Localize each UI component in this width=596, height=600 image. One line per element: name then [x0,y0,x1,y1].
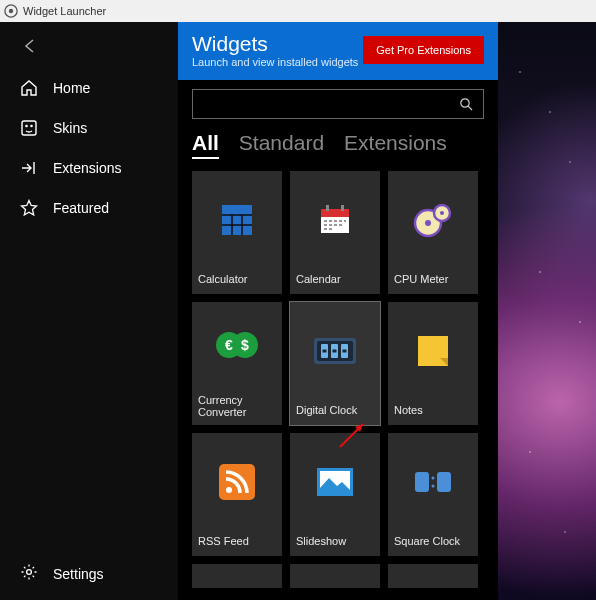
svg-rect-28 [329,228,332,230]
page-subtitle: Launch and view installed widgets [192,56,358,68]
titlebar: Widget Launcher [0,0,596,22]
svg-rect-15 [321,209,349,217]
tab-extensions[interactable]: Extensions [344,131,447,159]
svg-rect-43 [333,349,337,352]
svg-rect-21 [339,220,342,222]
widget-tile-partial[interactable] [290,564,380,588]
tab-all[interactable]: All [192,131,219,159]
category-tabs: All Standard Extensions [192,131,484,159]
search-icon [459,97,473,111]
svg-rect-52 [437,472,451,492]
svg-rect-20 [334,220,337,222]
svg-rect-16 [326,205,329,211]
star-icon [20,199,38,217]
svg-point-6 [27,570,32,575]
sidebar-item-settings[interactable]: Settings [0,547,178,600]
square-clock-icon [411,468,455,496]
svg-text:$: $ [241,337,249,353]
widget-grid: Calculator Calendar CPU Meter €$ [192,171,484,588]
widget-tile-rss-feed[interactable]: RSS Feed [192,433,282,556]
calendar-icon [316,201,354,239]
widget-label: Calendar [290,268,380,294]
content-area: All Standard Extensions Calculator Calen… [178,80,498,600]
svg-rect-27 [324,228,327,230]
widget-label: Square Clock [388,530,478,556]
get-pro-button[interactable]: Get Pro Extensions [363,36,484,64]
svg-rect-19 [329,220,332,222]
home-icon [20,79,38,97]
svg-rect-42 [323,349,327,352]
currency-icon: €$ [214,328,260,362]
sidebar: Home Skins Extensions Featured Settings [0,22,178,600]
svg-point-53 [432,476,435,479]
rss-icon [219,464,255,500]
app-window: Home Skins Extensions Featured Settings [0,22,498,600]
sidebar-item-extensions[interactable]: Extensions [0,148,178,188]
sidebar-nav: Home Skins Extensions Featured [0,68,178,547]
calculator-icon [218,201,256,239]
search-box[interactable] [192,89,484,119]
widget-tile-digital-clock[interactable]: Digital Clock [290,302,380,425]
svg-rect-22 [344,220,346,222]
svg-point-47 [226,487,232,493]
svg-point-7 [461,99,469,107]
sidebar-item-label: Home [53,80,90,96]
svg-rect-18 [324,220,327,222]
svg-rect-23 [324,224,327,226]
svg-text:€: € [225,337,233,353]
svg-rect-9 [222,205,252,235]
sidebar-item-skins[interactable]: Skins [0,108,178,148]
svg-point-54 [432,484,435,487]
widget-label: Digital Clock [290,399,380,425]
svg-rect-25 [334,224,337,226]
digital-clock-icon [313,337,357,365]
svg-rect-2 [22,121,36,135]
search-input[interactable] [203,97,459,112]
extensions-icon [20,159,38,177]
svg-rect-17 [341,205,344,211]
widget-tile-square-clock[interactable]: Square Clock [388,433,478,556]
main-panel: Widgets Launch and view installed widget… [178,22,498,600]
widget-tile-partial[interactable] [388,564,478,588]
svg-point-1 [9,9,13,13]
widget-tile-notes[interactable]: Notes [388,302,478,425]
svg-rect-26 [339,224,342,226]
svg-point-3 [25,125,28,128]
notes-icon [416,334,450,368]
widget-tile-calendar[interactable]: Calendar [290,171,380,294]
widget-label: Notes [388,399,478,425]
back-button[interactable] [20,36,40,56]
widget-tile-calculator[interactable]: Calculator [192,171,282,294]
svg-point-4 [30,125,33,128]
sidebar-item-label: Featured [53,200,109,216]
widget-label: Calculator [192,268,282,294]
settings-label: Settings [53,566,104,582]
svg-point-32 [440,211,444,215]
widget-tile-currency-converter[interactable]: €$ Currency Converter [192,302,282,425]
tab-standard[interactable]: Standard [239,131,324,159]
widget-label: Currency Converter [192,389,282,425]
svg-line-8 [468,106,472,110]
desktop-wallpaper: Home Skins Extensions Featured Settings [0,22,596,600]
widget-label: RSS Feed [192,530,282,556]
page-title: Widgets [192,32,358,55]
skins-icon [20,119,38,137]
widget-label: CPU Meter [388,268,478,294]
cpu-meter-icon [412,201,454,239]
sidebar-item-home[interactable]: Home [0,68,178,108]
widget-tile-cpu-meter[interactable]: CPU Meter [388,171,478,294]
svg-rect-51 [415,472,429,492]
slideshow-icon [315,466,355,498]
widget-tile-partial[interactable] [192,564,282,588]
svg-rect-44 [343,349,347,352]
widget-label: Slideshow [290,530,380,556]
sidebar-item-featured[interactable]: Featured [0,188,178,228]
app-title: Widget Launcher [23,5,106,17]
page-header: Widgets Launch and view installed widget… [178,22,498,80]
gear-icon [20,563,38,584]
sidebar-item-label: Skins [53,120,87,136]
app-logo-icon [4,4,18,18]
svg-rect-24 [329,224,332,226]
widget-tile-slideshow[interactable]: Slideshow [290,433,380,556]
sidebar-item-label: Extensions [53,160,121,176]
